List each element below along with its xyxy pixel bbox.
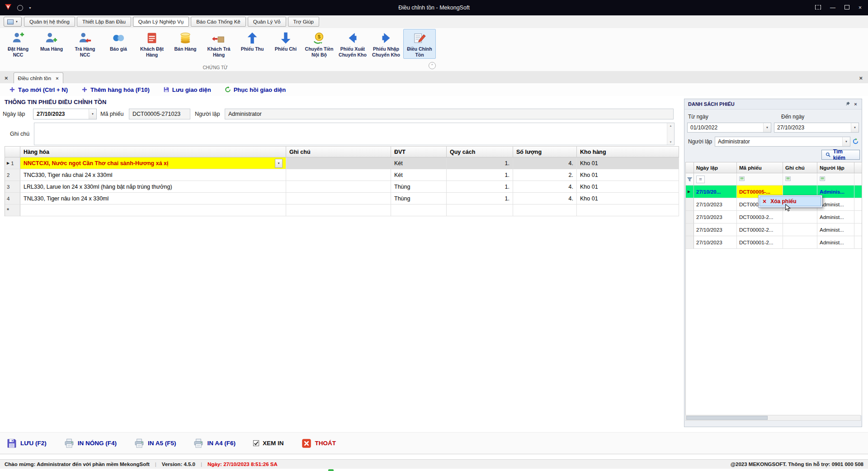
application-menu-button[interactable]: ▼ (4, 17, 22, 27)
close-tab-left-icon[interactable]: × (5, 75, 8, 81)
print-a4-button[interactable]: IN A4 (F6) (193, 438, 236, 449)
grid-column-header[interactable]: ĐVT (391, 147, 447, 157)
record-icon[interactable] (17, 5, 23, 11)
maximize-icon[interactable] (844, 5, 849, 10)
cell-kho-hang[interactable]: Kho 01 (577, 169, 679, 181)
tu-ngay-combo[interactable]: 01/10/2022 ▼ (687, 123, 771, 133)
document-tab[interactable]: Điều chỉnh tồn × (14, 72, 63, 83)
cell-nguoi-lap[interactable]: Administ... (817, 198, 854, 211)
cell-dvt[interactable]: Két (391, 169, 447, 181)
empty-cell[interactable] (391, 205, 447, 216)
panel-column-header[interactable]: Ngày lập (694, 162, 737, 173)
chevron-down-icon[interactable]: ▼ (842, 137, 850, 146)
cell-ma-phieu[interactable]: DCT00001-2... (737, 236, 783, 249)
print-hot-button[interactable]: IN NÓNG (F4) (64, 438, 117, 449)
panel-close-icon[interactable]: × (852, 101, 859, 107)
close-tab-icon[interactable]: × (56, 76, 58, 81)
grid-column-header[interactable]: Kho hàng (577, 147, 679, 157)
panel-filter-row[interactable]: = (686, 173, 862, 186)
panel-column-header[interactable]: Mã phiếu (737, 162, 783, 173)
cell-kho-hang[interactable]: Kho 01 (577, 193, 679, 205)
cell-dvt[interactable]: Thùng (391, 181, 447, 193)
ribbon-tab[interactable]: Thiết Lập Ban Đầu (77, 17, 131, 27)
filter-cell-ngay-lap[interactable]: = (694, 173, 737, 186)
grid-row[interactable]: 2 TNC330, Tiger nâu chai 24 x 330ml Két … (5, 169, 679, 181)
empty-cell[interactable] (447, 205, 513, 216)
empty-cell[interactable] (286, 205, 391, 216)
cell-nguoi-lap[interactable]: Adminis... (817, 186, 854, 198)
panel-horizontal-scrollbar[interactable] (685, 415, 861, 421)
filter-cell-ma-phieu[interactable] (737, 173, 783, 186)
cell-dvt[interactable]: Két (391, 157, 447, 169)
chevron-down-icon[interactable]: ▼ (275, 159, 283, 168)
cell-ngay-lap[interactable]: 27/10/2023 (694, 224, 737, 236)
cell-ngay-lap[interactable]: 27/10/20... (694, 186, 737, 198)
panel-row[interactable]: 27/10/2023 DCT00001-2... Administ... (686, 236, 862, 249)
cell-quy-cach[interactable]: 1. (447, 181, 513, 193)
ribbon-button[interactable]: Mua Hàng (35, 29, 68, 59)
restore-layout-button[interactable]: Phục hồi giao diện (225, 86, 286, 93)
cell-quy-cach[interactable]: 1. (447, 193, 513, 205)
new-button[interactable]: Tạo mới (Ctrl + N) (9, 86, 68, 93)
close-tab-right-icon[interactable]: × (859, 75, 863, 81)
cell-hang-hoa[interactable]: LRL330, Larue lon 24 x 330ml (hàng bật n… (20, 181, 286, 193)
ma-phieu-field[interactable]: DCT00005-271023 (129, 109, 190, 119)
ghi-chu-textarea[interactable]: ▲▼ (34, 123, 675, 145)
grid-column-header[interactable]: Quy cách (447, 147, 513, 157)
cell-so-luong[interactable]: 4. (513, 181, 577, 193)
empty-cell[interactable] (20, 205, 286, 216)
ribbon-button[interactable]: Phiếu Chi (269, 29, 302, 59)
chevron-down-icon[interactable]: ▼ (763, 123, 771, 132)
panel-row[interactable]: 27/10/2023 DCT00003-2... Administ... (686, 211, 862, 224)
grid-row[interactable]: ▶1 NNCTCXI, Nước ngọt Cần Thơ chai sành-… (5, 157, 679, 169)
empty-cell[interactable] (513, 205, 577, 216)
chevron-down-icon[interactable]: ▼ (851, 123, 859, 132)
cell-kho-hang[interactable]: Kho 01 (577, 157, 679, 169)
cell-ngay-lap[interactable]: 27/10/2023 (694, 236, 737, 249)
cell-ghi-chu[interactable] (286, 169, 391, 181)
ribbon-tab[interactable]: Báo Cáo Thống Kê (191, 17, 246, 27)
ribbon-button[interactable]: Khách Trả Hàng (203, 29, 235, 59)
grid-row[interactable]: 3 LRL330, Larue lon 24 x 330ml (hàng bật… (5, 181, 679, 193)
fullscreen-icon[interactable] (815, 5, 821, 10)
cell-so-luong[interactable]: 4. (513, 157, 577, 169)
chevron-down-icon[interactable]: ▼ (89, 109, 96, 119)
cell-kho-hang[interactable]: Kho 01 (577, 181, 679, 193)
add-item-button[interactable]: Thêm hàng hóa (F10) (81, 86, 150, 93)
grid-column-header[interactable]: Hàng hóa (20, 147, 286, 157)
cell-dvt[interactable]: Thùng (391, 193, 447, 205)
grid-column-header[interactable]: Ghi chú (286, 147, 391, 157)
grid-new-row[interactable]: * (5, 205, 679, 216)
panel-row[interactable]: 27/10/2023 DCT00002-2... Administ... (686, 224, 862, 236)
ribbon-tab[interactable]: Quản trị hệ thống (24, 17, 75, 27)
save-button[interactable]: LƯU (F2) (6, 438, 47, 449)
cell-nguoi-lap[interactable]: Administ... (817, 211, 854, 224)
cell-hang-hoa[interactable]: TNC330, Tiger nâu chai 24 x 330ml (20, 169, 286, 181)
ngay-lap-combo[interactable]: 27/10/2023 ▼ (33, 109, 97, 119)
ribbon-tab[interactable]: Quản Lý Nghiệp Vụ (133, 17, 189, 27)
den-ngay-combo[interactable]: 27/10/2023 ▼ (774, 123, 859, 133)
ribbon-tab[interactable]: Trợ Giúp (288, 17, 319, 27)
ribbon-button[interactable]: Khách Đặt Hàng (136, 29, 168, 59)
cell-ghi-chu[interactable] (286, 157, 391, 169)
ribbon-button[interactable]: Phiếu Nhập Chuyển Kho (370, 29, 402, 59)
cell-hang-hoa[interactable]: NNCTCXI, Nước ngọt Cần Thơ chai sành-Hươ… (20, 157, 286, 169)
ribbon-button[interactable]: $ Chuyển Tiền Nội Bộ (303, 29, 335, 59)
grid-column-header[interactable]: Số lượng (513, 147, 577, 157)
ribbon-button[interactable]: Phiếu Xuất Chuyển Kho (336, 29, 369, 59)
panel-column-header[interactable]: Ghi chú (783, 162, 817, 173)
panel-nguoi-lap-combo[interactable]: Administrator ▼ (715, 137, 850, 147)
preview-checkbox[interactable]: XEM IN (253, 440, 284, 447)
cell-nguoi-lap[interactable]: Administ... (817, 236, 854, 249)
cell-hang-hoa[interactable]: TNL330, Tiger nâu lon 24 x 330ml (20, 193, 286, 205)
ribbon-tab[interactable]: Quản Lý Vỏ (248, 17, 286, 27)
cell-so-luong[interactable]: 2. (513, 169, 577, 181)
cell-quy-cach[interactable]: 1. (447, 169, 513, 181)
ribbon-button[interactable]: Báo giá (102, 29, 135, 59)
cell-ngay-lap[interactable]: 27/10/2023 (694, 198, 737, 211)
ribbon-button[interactable]: Bán Hàng (169, 29, 202, 59)
exit-button[interactable]: THOÁT (301, 438, 336, 449)
close-icon[interactable]: × (859, 5, 862, 10)
grid-row[interactable]: 4 TNL330, Tiger nâu lon 24 x 330ml Thùng… (5, 193, 679, 205)
titlebar-chevron-icon[interactable]: ▼ (28, 6, 32, 10)
